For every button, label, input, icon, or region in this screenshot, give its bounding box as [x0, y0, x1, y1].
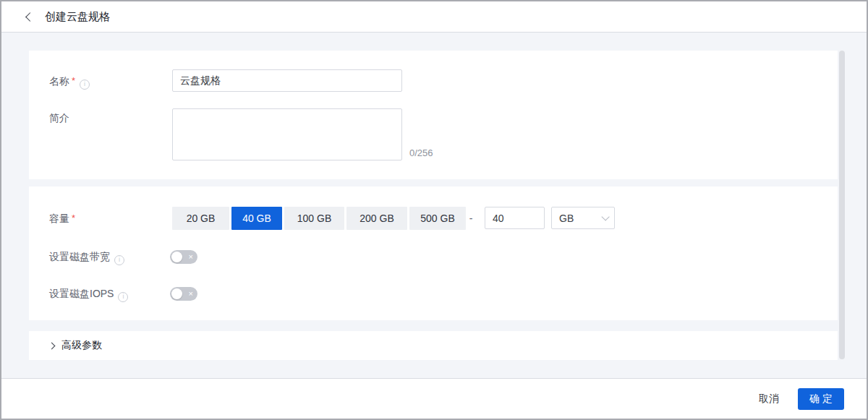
- advanced-params-toggle[interactable]: 高级参数: [29, 331, 838, 360]
- vertical-scrollbar[interactable]: [839, 51, 845, 359]
- toggle-off-icon: ×: [189, 290, 193, 298]
- name-input[interactable]: [172, 69, 402, 92]
- basic-info-card: 名称*i 简介 0/256: [29, 51, 838, 179]
- info-icon[interactable]: i: [118, 292, 128, 302]
- capacity-label: 容量*: [49, 207, 75, 230]
- capacity-option-40gb[interactable]: 40 GB: [231, 207, 282, 230]
- capacity-separator: -: [467, 207, 475, 230]
- capacity-option-20gb[interactable]: 20 GB: [172, 207, 229, 230]
- create-disk-spec-window: 创建云盘规格 名称*i 简介 0/256 容量* 20 GB 40 GB 100…: [0, 0, 868, 420]
- footer-bar: 取消 确 定: [1, 378, 867, 419]
- bandwidth-label: 设置磁盘带宽i: [49, 250, 124, 265]
- page-title: 创建云盘规格: [45, 10, 110, 24]
- info-icon[interactable]: i: [114, 255, 124, 265]
- cancel-button[interactable]: 取消: [759, 393, 779, 406]
- advanced-params-label: 高级参数: [61, 339, 102, 352]
- toggle-off-icon: ×: [189, 253, 193, 261]
- iops-label: 设置磁盘IOPSi: [49, 287, 128, 302]
- confirm-button[interactable]: 确 定: [798, 388, 844, 410]
- capacity-custom-input[interactable]: [485, 207, 545, 229]
- description-textarea[interactable]: [172, 108, 402, 160]
- capacity-options: 20 GB 40 GB 100 GB 200 GB 500 GB: [172, 207, 466, 230]
- capacity-option-500gb[interactable]: 500 GB: [409, 207, 466, 230]
- name-label: 名称*i: [49, 69, 90, 93]
- char-counter: 0/256: [409, 147, 433, 158]
- required-asterisk: *: [72, 75, 75, 86]
- capacity-option-200gb[interactable]: 200 GB: [346, 207, 407, 230]
- chevron-down-icon: [601, 213, 609, 220]
- toggle-knob: [171, 252, 182, 262]
- required-asterisk: *: [72, 213, 75, 223]
- toggle-knob: [171, 288, 182, 299]
- info-icon[interactable]: i: [80, 80, 90, 90]
- back-chevron-icon[interactable]: [25, 12, 35, 22]
- description-label: 简介: [49, 112, 69, 125]
- capacity-option-100gb[interactable]: 100 GB: [284, 207, 344, 230]
- bandwidth-toggle[interactable]: ×: [170, 250, 197, 264]
- page-header: 创建云盘规格: [1, 1, 867, 33]
- capacity-unit-value: GB: [559, 213, 574, 224]
- capacity-unit-select[interactable]: GB: [551, 207, 615, 229]
- chevron-right-icon: [48, 342, 56, 349]
- capacity-card: 容量* 20 GB 40 GB 100 GB 200 GB 500 GB - G…: [29, 187, 838, 320]
- iops-toggle[interactable]: ×: [170, 287, 197, 301]
